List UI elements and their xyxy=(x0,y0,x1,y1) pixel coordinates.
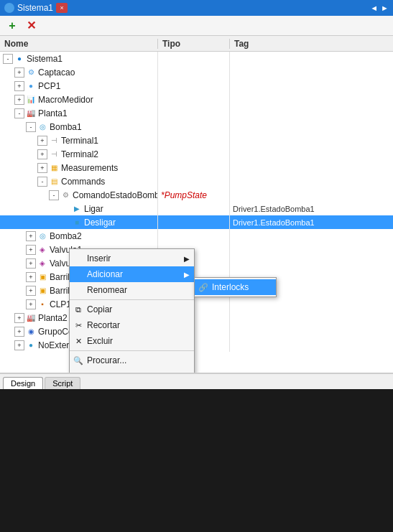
tree-row[interactable]: - ▤ Commands xyxy=(0,174,393,188)
expander-icon[interactable]: + xyxy=(26,286,36,296)
node-icon: ⊣ xyxy=(48,135,60,146)
title-bar: Sistema1 × ◄ ► xyxy=(0,0,393,16)
node-icon: 🏭 xyxy=(25,108,37,119)
row-label: ComandoEstadoBomba xyxy=(73,190,158,200)
tree-row[interactable]: + ◈ Valvula1 xyxy=(0,243,393,256)
menu-item[interactable]: Inserir ▶ xyxy=(70,251,194,266)
node-icon: 📊 xyxy=(25,94,37,106)
node-icon: 🏭 xyxy=(25,312,37,324)
tree-row[interactable]: ■ Desligar Driver1.EstadoBomba1 xyxy=(0,215,393,229)
menu-item-icon: ↔ xyxy=(73,370,84,373)
menu-item-icon: ✂ xyxy=(73,319,84,331)
row-tipo-cell xyxy=(158,215,230,229)
expander-icon[interactable]: + xyxy=(26,258,36,269)
context-menu: Inserir ▶ Adicionar ▶ Renomear ⧉ Copiar … xyxy=(69,248,195,373)
row-name-cell: + ⊣ Terminal2 xyxy=(0,147,158,161)
tree-row[interactable]: + ⊣ Terminal1 xyxy=(0,134,393,147)
row-tag-cell xyxy=(230,93,393,106)
row-tag-cell: Driver1.EstadoBomba1 xyxy=(230,202,393,215)
window-title: Sistema1 xyxy=(17,3,53,13)
menu-separator xyxy=(70,350,194,351)
menu-item-icon: ⧉ xyxy=(73,304,84,315)
row-label: Captacao xyxy=(38,67,75,78)
tab-design[interactable]: Design xyxy=(3,377,43,389)
expander-icon[interactable]: - xyxy=(26,122,36,132)
row-tipo-cell xyxy=(158,120,230,134)
row-tag-cell xyxy=(230,311,393,325)
submenu-item-icon: 🔗 xyxy=(198,281,209,293)
tab-script[interactable]: Script xyxy=(45,377,80,389)
tree-row[interactable]: + 🏭 Planta2 xyxy=(0,311,393,325)
menu-item[interactable]: Renomear xyxy=(70,282,194,298)
tree-row[interactable]: + ▪ CLP1 xyxy=(0,297,393,311)
node-icon: ⊣ xyxy=(48,149,60,160)
tree-row[interactable]: - ⚙ ComandoEstadoBomba *PumpState xyxy=(0,188,393,202)
submenu-item-label: Interlocks xyxy=(212,282,249,292)
node-icon: ◈ xyxy=(37,244,48,256)
expander-icon[interactable]: + xyxy=(14,327,24,337)
tree-row[interactable]: + ● NoExterno1 xyxy=(0,338,393,352)
menu-item[interactable]: Adicionar ▶ xyxy=(70,266,194,282)
menu-item[interactable]: ✂ Recortar xyxy=(70,317,194,333)
submenu: 🔗 Interlocks xyxy=(194,277,277,297)
tree-row[interactable]: - 🏭 Planta1 xyxy=(0,106,393,120)
node-icon: ▣ xyxy=(37,271,48,283)
row-name-cell: + ● PCP1 xyxy=(0,79,158,93)
tree-row[interactable]: - ● Sistema1 xyxy=(0,52,393,65)
row-tipo-cell xyxy=(158,79,230,93)
row-name-cell: + ⊣ Terminal1 xyxy=(0,134,158,147)
tabs-bar: DesignScript xyxy=(0,373,393,389)
expander-icon[interactable]: - xyxy=(49,190,59,200)
expander-icon[interactable]: + xyxy=(26,245,36,255)
node-icon: ⚙ xyxy=(25,67,37,78)
tree-row[interactable]: + ● PCP1 xyxy=(0,79,393,93)
row-tag-cell xyxy=(230,297,393,311)
expander-icon[interactable]: + xyxy=(26,299,36,309)
node-icon: ◎ xyxy=(37,230,48,242)
expander-icon[interactable]: + xyxy=(26,231,36,241)
row-name-cell: + ◎ Bomba2 xyxy=(0,229,158,243)
menu-item[interactable]: ↔ Substituir... xyxy=(70,368,194,373)
tree-row[interactable]: ▶ Ligar Driver1.EstadoBomba1 xyxy=(0,202,393,215)
submenu-item[interactable]: 🔗 Interlocks xyxy=(195,279,276,295)
submenu-arrow-icon: ▶ xyxy=(184,271,190,279)
row-label: CLP1 xyxy=(50,299,71,309)
menu-item[interactable]: 🔍 Procurar... xyxy=(70,353,194,368)
expander-icon[interactable]: + xyxy=(37,163,47,173)
row-tag-cell: Driver1.EstadoBomba1 xyxy=(230,215,393,229)
row-tag-cell xyxy=(230,65,393,79)
tree-row[interactable]: + 📊 MacroMedidor xyxy=(0,93,393,106)
nav-prev-button[interactable]: ◄ xyxy=(370,4,378,12)
tree-row[interactable]: + ⊣ Terminal2 xyxy=(0,147,393,161)
tree-row[interactable]: + ◉ GrupoConsumidores2 xyxy=(0,325,393,338)
expander-icon[interactable]: + xyxy=(37,136,47,146)
row-name-cell: + ▦ Measurements xyxy=(0,161,158,174)
expander-icon[interactable]: + xyxy=(26,272,36,282)
row-tag-cell xyxy=(230,79,393,93)
menu-item-label: Inserir xyxy=(87,253,111,263)
tree-row[interactable]: + ⚙ Captacao xyxy=(0,65,393,79)
row-tag-cell xyxy=(230,229,393,243)
add-button[interactable]: + xyxy=(4,18,20,34)
expander-icon[interactable]: + xyxy=(14,340,24,350)
menu-item[interactable]: ✕ Excluir xyxy=(70,333,194,349)
expander-icon[interactable]: + xyxy=(37,149,47,159)
expander-icon[interactable]: - xyxy=(3,54,13,64)
tree-row[interactable]: + ◈ Valvula2 xyxy=(0,256,393,270)
tree-row[interactable]: - ◎ Bomba1 xyxy=(0,120,393,134)
expander-icon[interactable]: + xyxy=(14,313,24,323)
tree-row[interactable]: + ▦ Measurements xyxy=(0,161,393,174)
expander-icon[interactable]: + xyxy=(14,95,24,105)
remove-button[interactable]: ✕ xyxy=(23,18,39,34)
menu-item[interactable]: ⧉ Copiar xyxy=(70,302,194,317)
close-button[interactable]: × xyxy=(56,3,68,13)
expander-icon[interactable]: - xyxy=(14,108,24,118)
expander-icon[interactable]: + xyxy=(14,81,24,91)
tree-row[interactable]: + ◎ Bomba2 xyxy=(0,229,393,243)
nav-next-button[interactable]: ► xyxy=(381,4,389,12)
expander-placeholder xyxy=(60,204,70,214)
node-icon: ▤ xyxy=(48,176,60,187)
expander-icon[interactable]: + xyxy=(14,67,24,78)
row-label: Bomba2 xyxy=(50,231,82,241)
expander-icon[interactable]: - xyxy=(37,177,47,187)
